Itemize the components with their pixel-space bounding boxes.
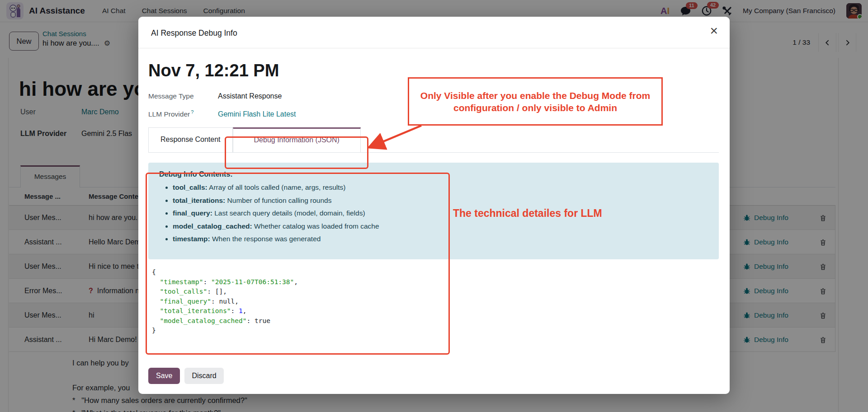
message-type-value: Assistant Response <box>218 92 282 100</box>
modal-title: AI Response Debug Info <box>151 28 237 37</box>
page: AI Assistance AI Chat Chat Sessions Conf… <box>0 0 868 412</box>
message-type-label: Message Type <box>148 92 218 100</box>
modal-footer: Save Discard <box>138 361 730 394</box>
annotation-tab-outline <box>225 136 368 169</box>
modal-header: AI Response Debug Info × <box>138 17 730 48</box>
discard-button[interactable]: Discard <box>184 368 223 384</box>
llm-provider-value[interactable]: Gemini Flash Lite Latest <box>218 110 296 118</box>
save-button[interactable]: Save <box>148 368 180 384</box>
llm-provider-label: LLM Provider? <box>148 109 218 118</box>
annotation-debug-mode-note: Only Visible after you enable the Debug … <box>408 77 663 126</box>
close-icon[interactable]: × <box>710 24 718 37</box>
annotation-technical-details-note: The technical detailes for LLM <box>453 207 665 220</box>
help-icon[interactable]: ? <box>191 109 193 115</box>
tab-response-content[interactable]: Response Content <box>148 127 233 152</box>
annotation-content-outline <box>146 173 450 355</box>
